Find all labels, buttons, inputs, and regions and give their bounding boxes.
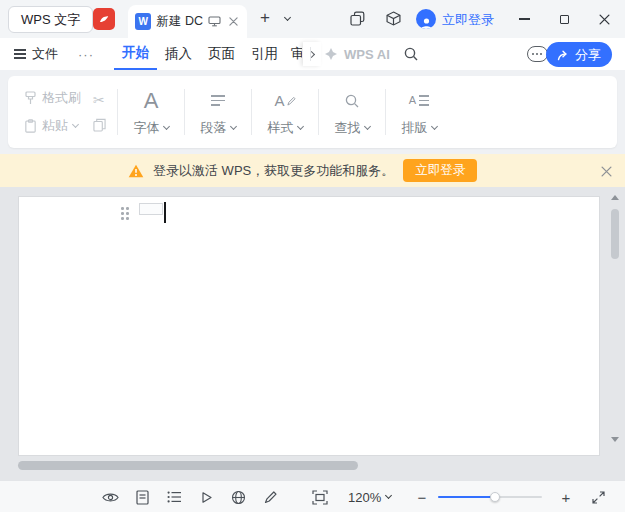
- divider: [251, 89, 252, 135]
- zoom-slider-handle[interactable]: [490, 492, 500, 502]
- toolbar-more-button[interactable]: [526, 38, 548, 70]
- tab-reference[interactable]: 引用: [243, 38, 286, 70]
- search-icon: [403, 46, 419, 62]
- style-icon: A: [274, 88, 295, 114]
- tabs-overflow-button[interactable]: [303, 42, 321, 66]
- app-home-tab[interactable]: WPS 文字: [8, 6, 93, 33]
- scroll-up-arrow-icon[interactable]: [611, 195, 619, 200]
- tab-list-chevron-icon[interactable]: [280, 12, 294, 26]
- chevron-down-icon: [72, 121, 79, 128]
- format-painter-icon: [24, 91, 37, 105]
- device-status-icon: [208, 15, 222, 29]
- clipboard-group: 格式刷 粘贴 ✂: [8, 89, 114, 135]
- layout-icon: A: [409, 88, 429, 114]
- tab-insert[interactable]: 插入: [157, 38, 200, 70]
- file-menu[interactable]: 文件: [14, 38, 58, 70]
- eye-protect-icon[interactable]: [102, 489, 119, 506]
- font-icon: A: [144, 90, 159, 112]
- chevron-down-icon: [296, 122, 303, 129]
- search-button[interactable]: [399, 38, 423, 70]
- ribbon: 格式刷 粘贴 ✂: [0, 70, 625, 154]
- find-group-button[interactable]: 查找: [322, 88, 382, 137]
- share-button[interactable]: 分享: [546, 42, 612, 67]
- style-group-button[interactable]: A 样式: [255, 88, 315, 137]
- multi-window-icon[interactable]: [350, 11, 365, 26]
- docer-icon[interactable]: [93, 8, 115, 30]
- wps-ai-icon: [324, 47, 338, 61]
- paragraph-drag-handle-icon[interactable]: [121, 207, 129, 220]
- banner-login-button[interactable]: 立即登录: [403, 159, 477, 182]
- tab-home[interactable]: 开始: [114, 38, 157, 70]
- chevron-down-icon: [229, 122, 236, 129]
- titlebar: WPS 文字 W 新建 DC +: [0, 0, 625, 38]
- more-menus-button[interactable]: ···: [78, 38, 94, 70]
- paragraph-group-label: 段落: [201, 119, 227, 137]
- layout-icon-letter: A: [409, 95, 416, 106]
- vertical-scrollbar[interactable]: [608, 193, 622, 444]
- fit-page-button[interactable]: [312, 481, 328, 512]
- zoom-level-button[interactable]: 120%: [348, 481, 391, 512]
- divider: [385, 89, 386, 135]
- layout-group-label: 排版: [402, 119, 428, 137]
- app-center-icon[interactable]: [386, 11, 401, 26]
- close-icon: [599, 14, 610, 25]
- scroll-down-arrow-icon[interactable]: [611, 437, 619, 442]
- paste-button[interactable]: 粘贴: [24, 117, 81, 135]
- person-icon: [420, 17, 433, 29]
- format-painter-button[interactable]: 格式刷: [24, 89, 81, 107]
- find-group-label: 查找: [335, 119, 361, 137]
- layout-group-button[interactable]: A 排版: [389, 88, 449, 137]
- fit-page-icon: [312, 490, 328, 505]
- chevron-down-icon: [363, 122, 370, 129]
- wps-ai-button[interactable]: WPS AI: [324, 38, 390, 70]
- ribbon-card: 格式刷 粘贴 ✂: [8, 76, 617, 148]
- zoom-in-button[interactable]: +: [558, 481, 574, 512]
- zoom-slider-fill: [438, 496, 495, 498]
- close-button[interactable]: [592, 8, 616, 30]
- minimize-icon: [519, 18, 530, 19]
- divider: [117, 89, 118, 135]
- copy-button[interactable]: [93, 118, 106, 132]
- zoom-out-button[interactable]: −: [414, 481, 430, 512]
- vertical-scrollbar-thumb[interactable]: [611, 209, 619, 259]
- divider: [310, 47, 311, 61]
- fullscreen-icon: [592, 491, 605, 504]
- zoom-slider[interactable]: [438, 481, 542, 512]
- maximize-icon: [560, 15, 569, 24]
- style-group-label: 样式: [268, 119, 294, 137]
- horizontal-scrollbar-thumb[interactable]: [18, 461, 358, 470]
- style-icon-letter: A: [274, 93, 284, 108]
- divider: [184, 89, 185, 135]
- pen-icon: [287, 96, 296, 106]
- paragraph-group-button[interactable]: 段落: [188, 88, 248, 137]
- fullscreen-button[interactable]: [592, 481, 605, 512]
- cut-button[interactable]: ✂: [93, 92, 106, 108]
- tab-review-clipped[interactable]: 审: [286, 38, 302, 70]
- paragraph-icon: [211, 88, 225, 114]
- read-mode-icon[interactable]: [198, 489, 215, 506]
- font-group-label: 字体: [134, 119, 160, 137]
- zoom-level-value: 120%: [348, 490, 381, 505]
- login-link[interactable]: 立即登录: [442, 11, 494, 29]
- account-avatar[interactable]: [416, 9, 436, 29]
- document-area: [0, 187, 625, 480]
- maximize-button[interactable]: [552, 8, 576, 30]
- banner-close-button[interactable]: [597, 162, 615, 180]
- document-page[interactable]: [18, 196, 600, 456]
- paste-label: 粘贴: [42, 117, 68, 135]
- tab-page[interactable]: 页面: [200, 38, 243, 70]
- close-icon: [601, 166, 612, 177]
- outline-view-icon[interactable]: [166, 489, 183, 506]
- web-layout-icon[interactable]: [230, 489, 247, 506]
- horizontal-scrollbar[interactable]: [18, 461, 595, 470]
- document-tab-close-icon[interactable]: [226, 15, 240, 29]
- font-group-button[interactable]: A 字体: [121, 88, 181, 137]
- banner-message: 登录以激活 WPS，获取更多功能和服务。: [153, 162, 394, 180]
- menubar: 文件 ··· 开始 插入 页面 引用 审 WPS AI 分享: [0, 38, 625, 70]
- edit-pen-icon[interactable]: [262, 489, 279, 506]
- empty-paragraph-box: [139, 203, 163, 215]
- minimize-button[interactable]: [512, 8, 536, 30]
- new-tab-button[interactable]: +: [254, 7, 276, 29]
- document-tab[interactable]: W 新建 DC: [128, 5, 247, 38]
- page-view-icon[interactable]: [134, 489, 151, 506]
